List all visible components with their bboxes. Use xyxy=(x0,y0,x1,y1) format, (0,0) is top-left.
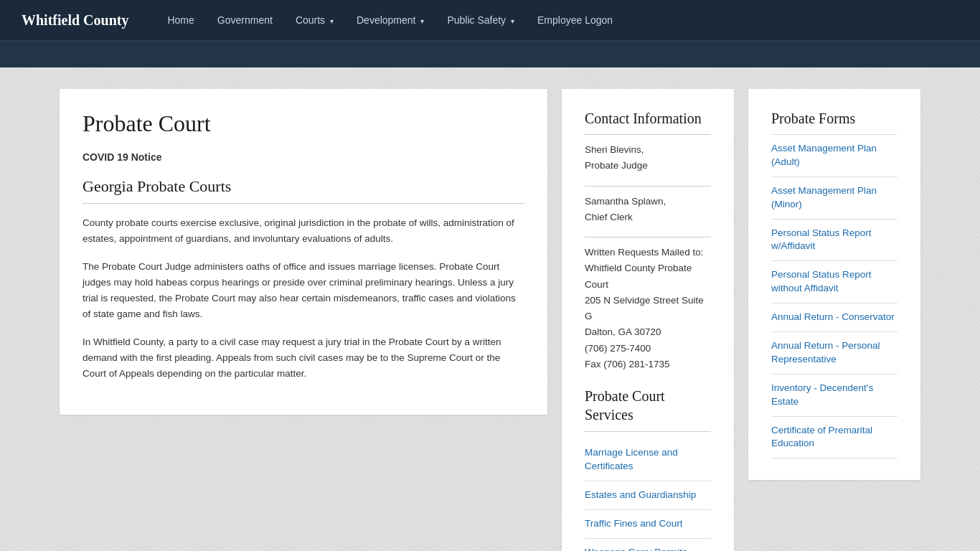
form-asset-minor[interactable]: Asset Management Plan (Minor) xyxy=(771,177,897,220)
service-estates[interactable]: Estates and Guardianship xyxy=(585,481,711,510)
contact-heading: Contact Information xyxy=(585,110,711,127)
paragraph-3: In Whitfield County, a party to a civil … xyxy=(83,334,524,382)
contact-divider-top xyxy=(585,134,711,135)
form-annual-conservator[interactable]: Annual Return - Conservator xyxy=(771,303,897,332)
contact-divider-2 xyxy=(585,237,711,237)
service-weapons[interactable]: Weapons Carry Permits xyxy=(585,539,711,551)
services-divider xyxy=(585,431,711,432)
judge-info: Sheri Blevins,Probate Judge xyxy=(585,142,711,174)
forms-card: Probate Forms Asset Management Plan (Adu… xyxy=(748,89,920,480)
section-title: Georgia Probate Courts xyxy=(83,177,524,196)
nav-development[interactable]: Development ▾ xyxy=(347,9,434,32)
contact-card: Contact Information Sheri Blevins,Probat… xyxy=(562,89,734,551)
section-divider xyxy=(83,203,524,204)
form-certificate-premarital[interactable]: Certificate of Premarital Education xyxy=(771,417,897,459)
form-annual-personal-rep[interactable]: Annual Return - Personal Representative xyxy=(771,332,897,375)
nav-public-safety[interactable]: Public Safety ▾ xyxy=(437,9,524,32)
main-layout: Probate Court COVID 19 Notice Georgia Pr… xyxy=(60,89,920,551)
contact-clerk: Samantha Splawn,Chief Clerk xyxy=(585,194,711,226)
service-marriage[interactable]: Marriage License and Certificates xyxy=(585,439,711,481)
courts-dropdown-icon: ▾ xyxy=(330,17,334,25)
page-title: Probate Court xyxy=(83,110,524,137)
services-heading: Probate Court Services xyxy=(585,387,711,424)
nav-government[interactable]: Government xyxy=(207,9,283,32)
development-dropdown-icon: ▾ xyxy=(420,17,424,25)
nav-employee-logon[interactable]: Employee Logon xyxy=(527,9,623,32)
paragraph-1: County probate courts exercise exclusive… xyxy=(83,215,524,248)
sub-navbar xyxy=(0,40,980,67)
nav-home[interactable]: Home xyxy=(157,9,204,32)
page-background: Probate Court COVID 19 Notice Georgia Pr… xyxy=(0,67,980,551)
navbar: Whitfield County Home Government Courts … xyxy=(0,0,980,40)
contact-judge: Sheri Blevins,Probate Judge xyxy=(585,142,711,174)
main-card: Probate Court COVID 19 Notice Georgia Pr… xyxy=(60,89,547,415)
form-asset-adult[interactable]: Asset Management Plan (Adult) xyxy=(771,134,897,177)
site-brand[interactable]: Whitfield County xyxy=(22,12,128,29)
covid-notice: COVID 19 Notice xyxy=(83,151,524,163)
address-info: Written Requests Mailed to: Whitfield Co… xyxy=(585,245,711,372)
form-personal-status-no-affidavit[interactable]: Personal Status Report without Affidavit xyxy=(771,261,897,303)
public-safety-dropdown-icon: ▾ xyxy=(511,17,514,25)
forms-heading: Probate Forms xyxy=(771,110,897,127)
contact-divider-1 xyxy=(585,186,711,187)
contact-address: Written Requests Mailed to: Whitfield Co… xyxy=(585,245,711,372)
nav-links: Home Government Courts ▾ Development ▾ P… xyxy=(157,9,623,32)
form-personal-status-affidavit[interactable]: Personal Status Report w/Affidavit xyxy=(771,220,897,262)
paragraph-2: The Probate Court Judge administers oath… xyxy=(83,259,524,323)
form-inventory-estate[interactable]: Inventory - Decendent's Estate xyxy=(771,375,897,417)
nav-courts[interactable]: Courts ▾ xyxy=(286,9,344,32)
service-traffic[interactable]: Traffic Fines and Court xyxy=(585,510,711,539)
clerk-info: Samantha Splawn,Chief Clerk xyxy=(585,194,711,226)
